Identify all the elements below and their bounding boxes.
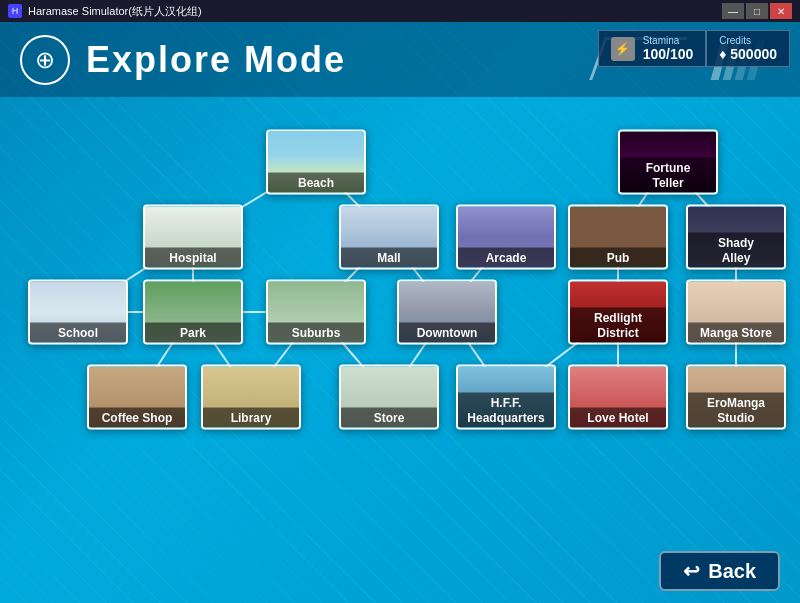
page-title: Explore Mode (86, 39, 346, 81)
location-mall[interactable]: Mall (339, 205, 439, 270)
location-eromanga[interactable]: EroMangaStudio (686, 365, 786, 430)
location-label-downtown: Downtown (399, 322, 495, 342)
location-suburbs[interactable]: Suburbs (266, 280, 366, 345)
location-label-lovehotel: Love Hotel (570, 407, 666, 427)
location-label-pub: Pub (570, 247, 666, 267)
credits-box: Credits ♦ 500000 (706, 30, 790, 67)
location-label-park: Park (145, 322, 241, 342)
location-label-shady: ShadyAlley (688, 233, 784, 268)
location-shady[interactable]: ShadyAlley (686, 205, 786, 270)
app-icon: H (8, 4, 22, 18)
location-fortune[interactable]: FortuneTeller (618, 130, 718, 195)
location-store[interactable]: Store (339, 365, 439, 430)
location-label-manga: Manga Store (688, 322, 784, 342)
back-button[interactable]: ↩ Back (659, 551, 780, 591)
location-label-beach: Beach (268, 172, 364, 192)
location-school[interactable]: School (28, 280, 128, 345)
location-label-school: School (30, 322, 126, 342)
location-downtown[interactable]: Downtown (397, 280, 497, 345)
minimize-button[interactable]: — (722, 3, 744, 19)
titlebar-controls: — □ ✕ (722, 3, 792, 19)
location-label-library: Library (203, 407, 299, 427)
location-label-hff: H.F.F.Headquarters (458, 393, 554, 428)
location-library[interactable]: Library (201, 365, 301, 430)
titlebar-title: Haramase Simulator(纸片人汉化组) (28, 4, 202, 19)
location-coffee[interactable]: Coffee Shop (87, 365, 187, 430)
location-label-redlight: RedlightDistrict (570, 308, 666, 343)
main-area: ⚡ Stamina 100/100 Credits ♦ 500000 ⊕ Exp… (0, 22, 800, 603)
location-label-store: Store (341, 407, 437, 427)
location-label-hospital: Hospital (145, 247, 241, 267)
stamina-box: ⚡ Stamina 100/100 (598, 30, 707, 67)
location-label-suburbs: Suburbs (268, 322, 364, 342)
maximize-button[interactable]: □ (746, 3, 768, 19)
stamina-label: Stamina (643, 35, 694, 46)
map-area: BeachFortuneTellerHospitalMallArcadePubS… (0, 102, 800, 543)
stamina-icon: ⚡ (611, 37, 635, 61)
titlebar-left: H Haramase Simulator(纸片人汉化组) (8, 4, 202, 19)
stats-bar: ⚡ Stamina 100/100 Credits ♦ 500000 (598, 30, 790, 67)
location-label-coffee: Coffee Shop (89, 407, 185, 427)
location-beach[interactable]: Beach (266, 130, 366, 195)
back-icon: ↩ (683, 559, 700, 583)
compass-icon: ⊕ (20, 35, 70, 85)
location-label-arcade: Arcade (458, 247, 554, 267)
location-hospital[interactable]: Hospital (143, 205, 243, 270)
back-label: Back (708, 560, 756, 583)
credits-label: Credits (719, 35, 777, 46)
credits-value: ♦ 500000 (719, 46, 777, 62)
location-pub[interactable]: Pub (568, 205, 668, 270)
close-button[interactable]: ✕ (770, 3, 792, 19)
location-lovehotel[interactable]: Love Hotel (568, 365, 668, 430)
location-label-mall: Mall (341, 247, 437, 267)
location-label-fortune: FortuneTeller (620, 158, 716, 193)
location-label-eromanga: EroMangaStudio (688, 393, 784, 428)
location-park[interactable]: Park (143, 280, 243, 345)
titlebar: H Haramase Simulator(纸片人汉化组) — □ ✕ (0, 0, 800, 22)
stamina-value: 100/100 (643, 46, 694, 62)
location-manga[interactable]: Manga Store (686, 280, 786, 345)
location-hff[interactable]: H.F.F.Headquarters (456, 365, 556, 430)
location-arcade[interactable]: Arcade (456, 205, 556, 270)
location-redlight[interactable]: RedlightDistrict (568, 280, 668, 345)
